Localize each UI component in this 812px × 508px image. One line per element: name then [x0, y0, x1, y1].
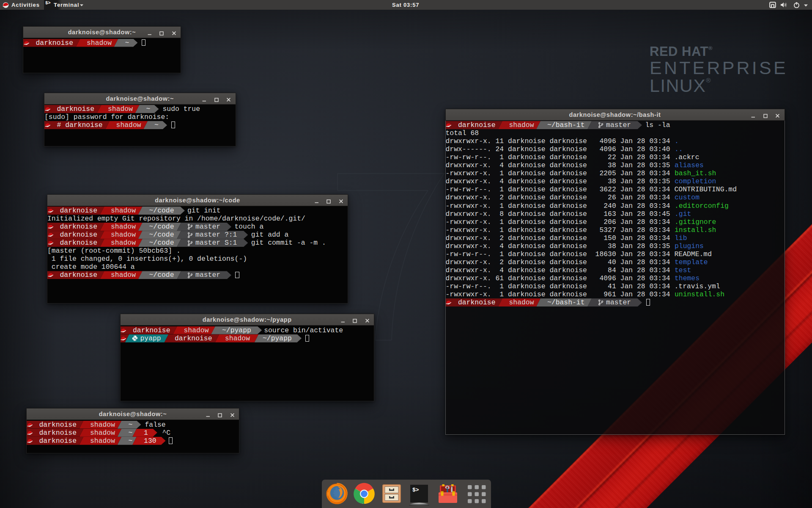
svg-text:$>: $>	[412, 487, 419, 493]
